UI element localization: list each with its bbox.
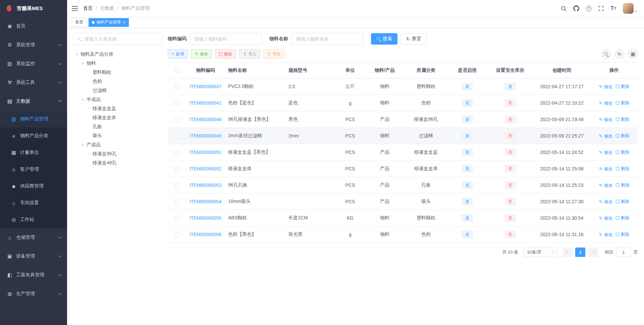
toggle-search-button[interactable] — [601, 49, 611, 59]
breadcrumb-home[interactable]: 首页 — [83, 5, 93, 11]
tree-search-input[interactable] — [73, 33, 162, 45]
page-size-select[interactable]: 10条/页 — [524, 248, 557, 257]
github-icon[interactable] — [573, 5, 579, 11]
sidebar-item-production-management[interactable]: ◍ 生产管理 — [0, 284, 67, 303]
search-icon[interactable] — [561, 6, 567, 11]
sidebar-item-warehouse-management[interactable]: ⌂ 仓储管理 — [0, 228, 67, 247]
item-code-link[interactable]: ITEM00000049 — [190, 133, 222, 139]
row-checkbox[interactable] — [175, 134, 179, 139]
sidebar-subitem-workshop-settings[interactable]: ⌂ 车间设置 — [0, 195, 67, 211]
row-checkbox[interactable] — [175, 183, 179, 188]
delete-link[interactable]: 删除 — [616, 100, 629, 106]
expand-caret-icon[interactable]: ▾ — [79, 143, 87, 147]
delete-link[interactable]: 删除 — [616, 199, 629, 205]
edit-link[interactable]: ✎修改 — [599, 166, 613, 172]
avatar[interactable] — [623, 3, 634, 14]
item-code-link[interactable]: ITEM00000046 — [190, 117, 222, 122]
goto-page-input[interactable] — [616, 248, 631, 257]
material-name-input[interactable] — [291, 33, 364, 45]
tree-node[interactable]: 吸头 — [73, 131, 162, 140]
expand-caret-icon[interactable]: ▾ — [79, 97, 87, 102]
reset-button[interactable]: ↻重置 — [401, 33, 427, 45]
tree-node[interactable]: 移液盒48孔 — [73, 158, 162, 167]
select-all-checkbox[interactable] — [175, 68, 179, 73]
item-code-link[interactable]: ITEM00000055 — [190, 215, 222, 221]
tree-node[interactable]: 色粉 — [73, 77, 162, 86]
sidebar-item-home[interactable]: ◉ 首页 — [0, 17, 67, 36]
sidebar-subitem-measure-unit[interactable]: ▦ 计量单位 — [0, 144, 67, 161]
row-checkbox[interactable] — [175, 150, 179, 155]
item-code-link[interactable]: ITEM00000053 — [190, 182, 222, 188]
edit-link[interactable]: ✎修改 — [599, 133, 613, 139]
tree-node[interactable]: 过滤棉 — [73, 86, 162, 95]
edit-link[interactable]: ✎修改 — [599, 150, 613, 156]
delete-link[interactable]: 删除 — [616, 231, 629, 237]
sidebar-subitem-material-product-management[interactable]: ▥ 物料产品管理 — [0, 111, 67, 127]
row-checkbox[interactable] — [175, 232, 179, 237]
item-code-link[interactable]: ITEM00000054 — [190, 199, 222, 204]
hamburger-icon[interactable] — [72, 6, 78, 11]
font-size-icon[interactable]: TT — [610, 5, 616, 11]
edit-button[interactable]: ✎修改 — [191, 49, 212, 59]
sidebar-subitem-material-product-category[interactable]: ≡ 物料产品分类 — [0, 127, 67, 144]
export-button[interactable]: ↧导出 — [263, 49, 284, 59]
tree-node[interactable]: 移液盒盒体 — [73, 113, 162, 122]
row-checkbox[interactable] — [175, 117, 179, 122]
expand-caret-icon[interactable]: ▾ — [73, 52, 80, 57]
row-checkbox[interactable] — [175, 200, 179, 204]
sidebar-item-system-monitor[interactable]: ▥ 系统监控 — [0, 54, 67, 73]
item-code-link[interactable]: ITEM00000056 — [190, 232, 222, 237]
tree-node[interactable]: 移液盒盒盖 — [73, 104, 162, 113]
prev-page-button[interactable] — [562, 248, 573, 257]
page-number-button[interactable]: 1 — [575, 248, 585, 257]
item-code-link[interactable]: ITEM00000041 — [190, 100, 222, 106]
next-page-button[interactable] — [588, 248, 598, 257]
edit-link[interactable]: ✎修改 — [599, 100, 613, 106]
tab-home[interactable]: 首页 — [72, 18, 87, 27]
row-checkbox[interactable] — [175, 167, 179, 171]
sidebar-subitem-workstation[interactable]: ◎ 工作站 — [0, 211, 67, 228]
sidebar-item-master-data[interactable]: ▤ 主数据 — [0, 92, 67, 111]
delete-link[interactable]: 删除 — [616, 84, 629, 90]
tab-material-product-management[interactable]: 物料产品管理 × — [89, 18, 129, 27]
sidebar-item-fixture-management[interactable]: ◧ 工装夹具管理 — [0, 266, 67, 284]
item-code-link[interactable]: ITEM00000052 — [190, 166, 222, 171]
fullscreen-icon[interactable] — [598, 6, 604, 11]
item-code-link[interactable]: ITEM00000037 — [190, 84, 222, 89]
tree-node[interactable]: 移液盒96孔 — [73, 149, 162, 158]
item-code-link[interactable]: ITEM00000051 — [190, 150, 222, 155]
tree-node[interactable]: ▾产成品 — [73, 140, 162, 149]
delete-link[interactable]: 删除 — [616, 166, 629, 172]
edit-link[interactable]: ✎修改 — [599, 232, 613, 238]
refresh-button[interactable]: ↻ — [614, 49, 625, 59]
material-code-input[interactable] — [190, 33, 262, 45]
delete-link[interactable]: 删除 — [616, 149, 629, 155]
tree-node[interactable]: ▾物料 — [73, 59, 162, 68]
row-checkbox[interactable] — [175, 85, 179, 89]
search-button[interactable]: 搜索 — [371, 33, 397, 45]
help-icon[interactable]: ? — [586, 6, 592, 11]
tree-node[interactable]: ▾半成品 — [73, 95, 162, 104]
edit-link[interactable]: ✎修改 — [599, 215, 613, 221]
sidebar-item-system-tools[interactable]: ⚒ 系统工具 — [0, 73, 67, 92]
sidebar-item-equipment-management[interactable]: ▣ 设备管理 — [0, 247, 67, 266]
delete-link[interactable]: 删除 — [616, 133, 629, 139]
sidebar-subitem-supplier-management[interactable]: ☻ 供应商管理 — [0, 178, 67, 195]
tree-node[interactable]: 孔板 — [73, 122, 162, 131]
delete-link[interactable]: 删除 — [616, 215, 629, 221]
columns-button[interactable]: ▦ — [628, 49, 638, 59]
edit-link[interactable]: ✎修改 — [599, 84, 613, 90]
edit-link[interactable]: ✎修改 — [599, 182, 613, 188]
tree-node[interactable]: 塑料颗粒 — [73, 68, 162, 77]
user-menu[interactable]: ▼ — [623, 3, 637, 14]
expand-caret-icon[interactable]: ▾ — [79, 61, 87, 66]
sidebar-subitem-customer-management[interactable]: ☺ 客户管理 — [0, 161, 67, 178]
delete-link[interactable]: 删除 — [616, 182, 629, 188]
sidebar-item-system-management[interactable]: ⚙ 系统管理 — [0, 36, 67, 54]
edit-link[interactable]: ✎修改 — [599, 199, 613, 205]
import-button[interactable]: ↥导入 — [239, 49, 260, 59]
add-button[interactable]: +新增 — [168, 49, 188, 59]
tree-node-root[interactable]: ▾物料及产品分类 — [73, 50, 162, 59]
close-icon[interactable]: × — [123, 20, 125, 24]
delete-button[interactable]: 删除 — [215, 49, 236, 59]
